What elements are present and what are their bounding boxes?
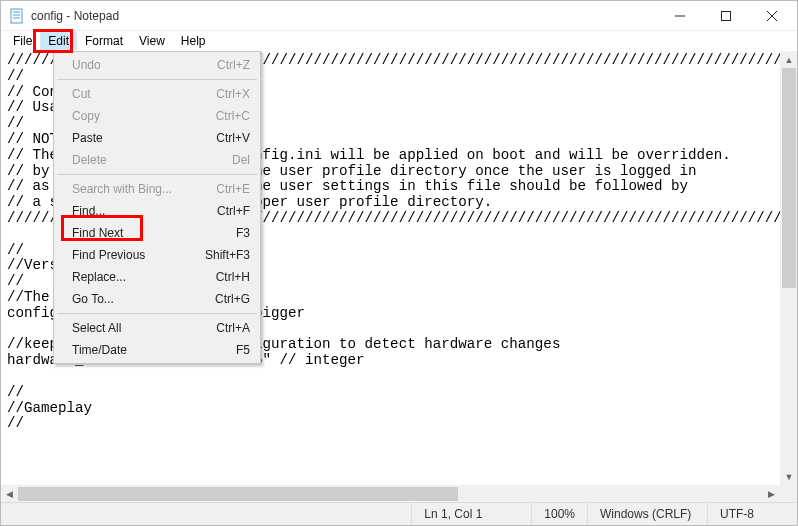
- horizontal-scrollbar[interactable]: ◀ ▶: [1, 485, 780, 502]
- menu-item-cut[interactable]: CutCtrl+X: [56, 83, 258, 105]
- vertical-scrollbar-thumb[interactable]: [782, 68, 796, 288]
- status-line-ending: Windows (CRLF): [587, 503, 707, 525]
- scroll-corner: [780, 485, 797, 502]
- menu-item-search-bing[interactable]: Search with Bing...Ctrl+E: [56, 178, 258, 200]
- svg-rect-0: [11, 9, 22, 23]
- menu-item-paste[interactable]: PasteCtrl+V: [56, 127, 258, 149]
- menu-file[interactable]: File: [5, 32, 40, 50]
- menu-item-select-all[interactable]: Select AllCtrl+A: [56, 317, 258, 339]
- status-bar: Ln 1, Col 1 100% Windows (CRLF) UTF-8: [1, 502, 797, 525]
- edit-dropdown-menu: UndoCtrl+Z CutCtrl+X CopyCtrl+C PasteCtr…: [53, 51, 261, 364]
- menu-item-find-next[interactable]: Find NextF3: [56, 222, 258, 244]
- menu-item-goto[interactable]: Go To...Ctrl+G: [56, 288, 258, 310]
- menu-format[interactable]: Format: [77, 32, 131, 50]
- menu-view[interactable]: View: [131, 32, 173, 50]
- scroll-down-arrow-icon[interactable]: ▼: [781, 468, 797, 485]
- status-encoding: UTF-8: [707, 503, 797, 525]
- menu-item-find[interactable]: Find...Ctrl+F: [56, 200, 258, 222]
- status-zoom: 100%: [531, 503, 587, 525]
- window-title: config - Notepad: [31, 9, 119, 23]
- menu-item-replace[interactable]: Replace...Ctrl+H: [56, 266, 258, 288]
- title-bar: config - Notepad: [1, 1, 797, 31]
- status-position: Ln 1, Col 1: [411, 503, 531, 525]
- maximize-button[interactable]: [703, 1, 749, 31]
- notepad-icon: [9, 8, 25, 24]
- menu-item-delete[interactable]: DeleteDel: [56, 149, 258, 171]
- menu-item-undo[interactable]: UndoCtrl+Z: [56, 54, 258, 76]
- menu-item-copy[interactable]: CopyCtrl+C: [56, 105, 258, 127]
- menu-bar: File Edit Format View Help: [1, 31, 797, 51]
- minimize-button[interactable]: [657, 1, 703, 31]
- horizontal-scrollbar-thumb[interactable]: [18, 487, 458, 501]
- menu-help[interactable]: Help: [173, 32, 214, 50]
- menu-item-find-previous[interactable]: Find PreviousShift+F3: [56, 244, 258, 266]
- vertical-scrollbar[interactable]: ▲ ▼: [780, 51, 797, 485]
- menu-item-time-date[interactable]: Time/DateF5: [56, 339, 258, 361]
- close-button[interactable]: [749, 1, 795, 31]
- scroll-up-arrow-icon[interactable]: ▲: [781, 51, 797, 68]
- scroll-left-arrow-icon[interactable]: ◀: [1, 486, 18, 502]
- scroll-right-arrow-icon[interactable]: ▶: [763, 486, 780, 502]
- svg-rect-5: [722, 11, 731, 20]
- menu-edit[interactable]: Edit: [40, 32, 77, 50]
